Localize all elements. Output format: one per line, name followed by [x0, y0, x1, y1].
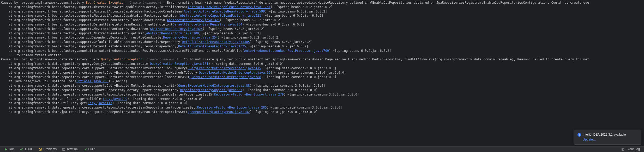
source-link[interactable]: AbstractAutowireCapableBeanFactory.java:… — [184, 10, 265, 13]
create-breakpoint-link[interactable]: Create breakpoint — [146, 58, 178, 61]
source-link[interactable]: QueryExecutorMethodInterceptor.java:88 — [189, 75, 261, 79]
source-link[interactable]: RepositoryFactorySupport.java:357 — [180, 88, 242, 92]
source-link[interactable]: DefaultSingletonBeanRegistry.java:234 — [172, 23, 242, 26]
stack-frame: at org.springframework.data.repository.c… — [1, 66, 643, 71]
caused-by-line: Caused by: org.springframework.beans.fac… — [1, 1, 643, 5]
source-link[interactable]: AbstractBeanFactory.java:200 — [146, 31, 199, 35]
source-link[interactable]: Optional.java:260 — [76, 79, 109, 83]
source-link[interactable]: AutowiredAnnotationBeanPostProcessor.jav… — [244, 49, 329, 53]
source-link[interactable]: AbstractBeanFactory.java:324 — [150, 27, 203, 31]
source-link[interactable]: QueryExecutorMethodInterceptor.java:88 — [178, 84, 250, 87]
caused-by-line: Caused by: org.springframework.data.repo… — [1, 57, 643, 62]
source-link[interactable]: QueryExecutorMethodInterceptor.java:115 — [188, 66, 261, 70]
todo-tab[interactable]: TODO — [17, 147, 36, 152]
build-tab[interactable]: Build — [81, 147, 98, 152]
notification-title: IntelliJ IDEA 2022.3.1 available — [583, 132, 626, 137]
stack-frame: at org.springframework.data.jpa.reposito… — [1, 110, 643, 114]
update-notification: i IntelliJ IDEA 2022.3.1 available Updat… — [574, 130, 641, 145]
run-icon — [4, 148, 8, 151]
stack-frame: at org.springframework.data.repository.c… — [1, 88, 643, 92]
source-link[interactable]: Lazy.java:113 — [88, 101, 112, 105]
problems-tab[interactable]: Problems — [36, 147, 59, 152]
source-link[interactable]: AbstractBeanFactory.java:326 — [167, 18, 220, 22]
frames-omitted: ... 25 common frames omitted — [1, 53, 643, 58]
event-log-tab[interactable]: Event Log — [618, 147, 642, 152]
stack-frame: at org.springframework.data.util.Lazy.ge… — [1, 97, 643, 101]
tool-window-bar: Run TODO Problems Terminal Build Event L… — [0, 146, 644, 152]
stack-frame: at org.springframework.data.repository.q… — [1, 62, 643, 66]
source-link[interactable]: QueryExecutorMethodInterceptor.java:99 — [199, 71, 271, 74]
tab-label: Build — [88, 147, 95, 151]
source-link[interactable]: AbstractAutowireCapableBeanFactory.java:… — [180, 14, 261, 17]
source-link[interactable]: DefaultListableBeanFactory.java:1325 — [178, 45, 246, 48]
tab-label: TODO — [25, 147, 33, 151]
stack-frame: at org.springframework.data.repository.c… — [1, 92, 643, 97]
source-link[interactable]: RepositoryFactoryBeanSupport.java:279 — [214, 93, 284, 96]
stack-frame: at org.springframework.beans.factory.sup… — [1, 14, 643, 18]
stack-frame: at org.springframework.data.repository.c… — [1, 84, 643, 88]
source-link[interactable]: RepositoryFactoryBeanSupport.java:285 — [197, 106, 267, 109]
source-link[interactable]: QueryCreationException.java:101 — [150, 62, 208, 66]
tab-label: Event Log — [626, 147, 640, 151]
svg-rect-2 — [40, 150, 41, 150]
stack-frame: at org.springframework.data.repository.c… — [1, 105, 643, 110]
stack-frame: at org.springframework.data.repository.c… — [1, 71, 643, 75]
stack-frame: at org.springframework.beans.factory.sup… — [1, 9, 643, 14]
stack-frame: at org.springframework.beans.factory.ann… — [1, 49, 643, 53]
source-link[interactable]: DependencyDescriptor.java:254 — [163, 36, 218, 39]
stack-frame: at org.springframework.beans.factory.sup… — [1, 22, 643, 27]
stack-frame: at org.springframework.beans.factory.sup… — [1, 18, 643, 22]
stack-frame: at org.springframework.beans.factory.sup… — [1, 31, 643, 36]
exception-link[interactable]: BeanCreationException — [86, 1, 125, 4]
event-log-icon — [621, 148, 625, 151]
terminal-icon — [62, 148, 65, 151]
stack-frame: at org.springframework.beans.factory.sup… — [1, 5, 643, 9]
terminal-tab[interactable]: Terminal — [59, 147, 81, 152]
info-icon: i — [577, 133, 581, 137]
run-tab[interactable]: Run — [2, 147, 17, 152]
tab-label: Terminal — [67, 147, 78, 151]
exception-link[interactable]: QueryCreationException — [101, 58, 142, 61]
update-link[interactable]: Update… — [583, 137, 637, 142]
todo-icon — [20, 148, 23, 151]
source-link[interactable]: AbstractAutowireCapableBeanFactory.java:… — [188, 5, 270, 9]
stack-frame: at org.springframework.beans.factory.sup… — [1, 40, 643, 44]
stack-frame: at org.springframework.data.util.Lazy.ge… — [1, 101, 643, 105]
tab-label: Run — [9, 147, 15, 151]
svg-rect-4 — [622, 148, 624, 150]
stack-frame: at org.springframework.beans.factory.sup… — [1, 44, 643, 49]
console-output[interactable]: Caused by: org.springframework.beans.fac… — [0, 0, 644, 146]
build-icon — [84, 148, 87, 151]
source-link[interactable]: DefaultListableBeanFactory.java:1405 — [182, 40, 250, 44]
stack-frame: at org.springframework.beans.factory.sup… — [1, 27, 643, 31]
tab-label: Problems — [43, 147, 57, 151]
stack-frame: at org.springframework.beans.factory.con… — [1, 35, 643, 40]
warning-icon — [39, 148, 42, 151]
source-link[interactable]: Lazy.java:229 — [103, 97, 127, 101]
svg-rect-1 — [40, 149, 41, 150]
stack-frame: at java.base/java.util.Optional.map(Opti… — [1, 79, 643, 84]
stack-frame: at org.springframework.data.repository.c… — [1, 75, 643, 79]
create-breakpoint-link[interactable]: Create breakpoint — [129, 1, 161, 4]
source-link[interactable]: JpaRepositoryFactoryBean.java:132 — [188, 110, 250, 114]
